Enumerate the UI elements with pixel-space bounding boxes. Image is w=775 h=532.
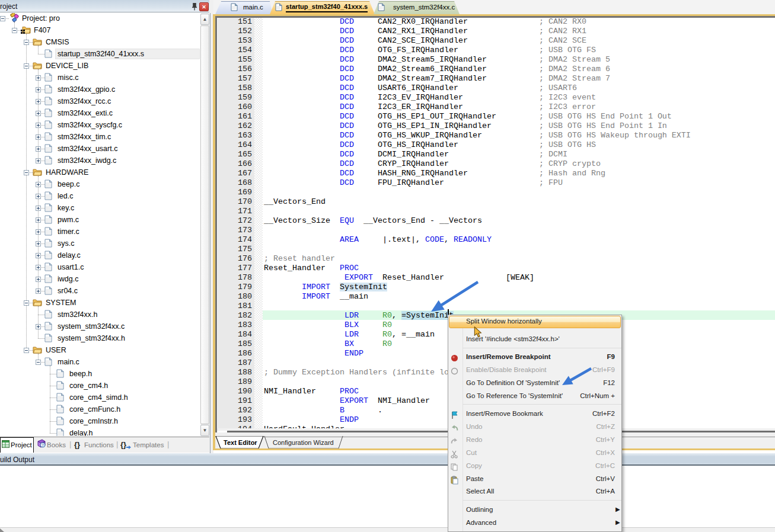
- svg-text:Text Editor: Text Editor: [224, 439, 257, 446]
- svg-text:?: ?: [42, 443, 44, 447]
- svg-text:Configuration Wizard: Configuration Wizard: [273, 439, 334, 446]
